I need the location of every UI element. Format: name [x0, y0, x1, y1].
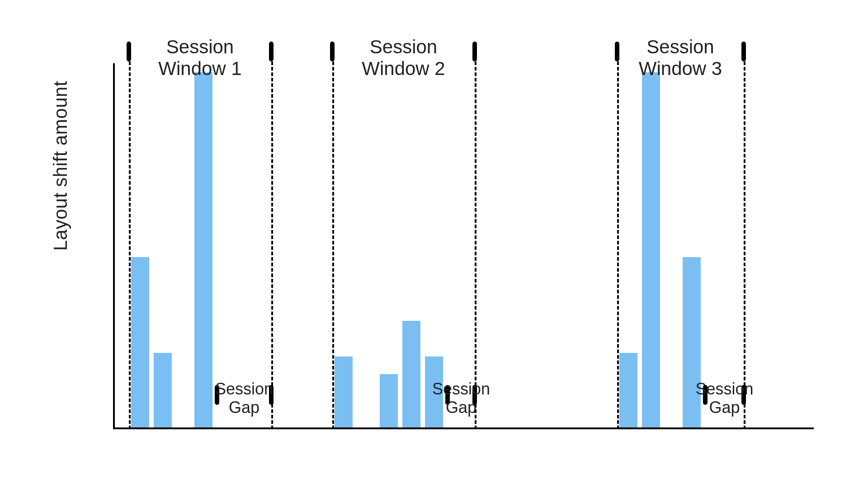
bar-0 — [131, 257, 149, 427]
session-divider — [129, 45, 131, 429]
chart-plot-area: Session Window 1Session Window 2Session … — [113, 72, 814, 429]
session-divider — [617, 45, 619, 429]
session-tick — [269, 42, 274, 61]
session-tick — [615, 42, 619, 61]
bar-3 — [335, 357, 353, 427]
x-axis-line — [113, 427, 814, 429]
session-divider — [475, 45, 476, 429]
bar-7 — [619, 353, 637, 427]
bar-4 — [380, 374, 398, 427]
bar-8 — [642, 72, 660, 427]
session-window-label-1: Session Window 1 — [146, 36, 255, 80]
session-tick — [127, 42, 131, 61]
session-divider — [332, 45, 334, 429]
session-tick — [330, 42, 335, 61]
session-divider — [271, 45, 273, 429]
session-gap-label-3: Session Gap — [684, 380, 765, 417]
session-gap-label-1: Session Gap — [203, 380, 285, 417]
session-window-label-3: Session Window 3 — [626, 36, 735, 80]
chart-stage: Layout shift amount Session Window 1Sess… — [0, 0, 868, 488]
session-tick — [741, 42, 746, 61]
bar-1 — [154, 353, 172, 427]
session-window-label-2: Session Window 2 — [349, 36, 458, 80]
bar-5 — [402, 321, 420, 427]
bar-2 — [194, 72, 212, 427]
session-divider — [744, 45, 745, 429]
y-axis-label: Layout shift amount — [50, 81, 71, 251]
y-axis-line — [113, 63, 115, 429]
session-gap-label-2: Session Gap — [420, 380, 502, 417]
session-tick — [472, 42, 477, 61]
